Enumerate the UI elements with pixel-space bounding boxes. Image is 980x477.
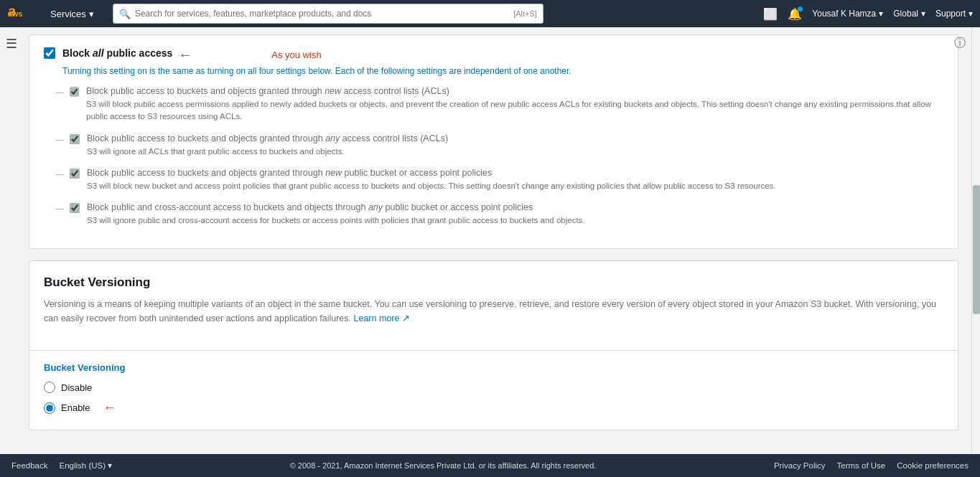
sub-option-3-content: Block public access to buckets and objec… <box>87 168 776 192</box>
sub-option-1-content: Block public access to buckets and objec… <box>86 86 943 123</box>
block-public-access-card: Block all public access ← As you wish Tu… <box>29 34 958 249</box>
disable-label: Disable <box>61 382 92 393</box>
sub-option-2-desc: S3 will ignore all ACLs that grant publi… <box>87 146 448 158</box>
user-menu[interactable]: Yousaf K Hamza ▾ <box>812 9 883 19</box>
support-menu[interactable]: Support ▾ <box>935 9 973 19</box>
sub-option-2: Block public access to buckets and objec… <box>62 133 943 158</box>
bucket-versioning-title: Bucket Versioning <box>44 275 943 290</box>
block-all-checkbox-row: Block all public access <box>44 47 172 59</box>
section-divider <box>29 350 958 351</box>
sub-option-3-desc: S3 will block new bucket and access poin… <box>87 180 776 192</box>
top-navigation: aws Services ▾ 🔍 [Alt+S] ⬜ 🔔 Yousaf K Ha… <box>0 0 980 27</box>
notifications-button[interactable]: 🔔 <box>788 7 802 21</box>
chevron-down-icon: ▾ <box>879 9 883 19</box>
region-menu[interactable]: Global ▾ <box>893 9 925 19</box>
red-arrow-icon: ← <box>178 47 192 63</box>
region-label: Global <box>893 9 918 19</box>
services-menu-button[interactable]: Services ▾ <box>45 6 100 22</box>
sub-option-4-checkbox[interactable] <box>70 203 80 213</box>
versioning-radio-group: Disable Enable ← <box>44 382 943 415</box>
search-bar: 🔍 [Alt+S] <box>113 4 543 24</box>
sub-option-4-title: Block public and cross-account access to… <box>87 202 585 212</box>
enable-radio[interactable] <box>44 402 55 414</box>
info-icon[interactable]: ⓘ <box>954 36 966 51</box>
aws-logo[interactable]: aws <box>7 6 34 22</box>
sidebar-toggle-button[interactable]: ☰ <box>6 36 17 52</box>
sub-option-1: Block public access to buckets and objec… <box>62 86 943 123</box>
sub-option-4-content: Block public and cross-account access to… <box>87 202 585 227</box>
sub-options-list: Block public access to buckets and objec… <box>62 86 943 227</box>
svg-text:aws: aws <box>8 9 23 18</box>
nav-icons: ⬜ 🔔 Yousaf K Hamza ▾ Global ▾ Support ▾ <box>763 7 973 21</box>
learn-more-label: Learn more <box>354 313 400 323</box>
sub-option-1-title: Block public access to buckets and objec… <box>86 86 943 96</box>
support-label: Support <box>935 9 966 19</box>
main-content: Block all public access ← As you wish Tu… <box>0 27 980 454</box>
sub-option-4: Block public and cross-account access to… <box>62 202 943 227</box>
sub-option-2-checkbox[interactable] <box>70 134 80 144</box>
sub-option-2-title: Block public access to buckets and objec… <box>87 133 448 143</box>
scrollbar[interactable] <box>971 27 980 454</box>
chevron-down-icon: ▾ <box>921 9 925 19</box>
sub-option-3-checkbox[interactable] <box>70 169 80 179</box>
cloud-shell-icon: ⬜ <box>763 7 778 21</box>
versioning-sub-title: Bucket Versioning <box>44 362 943 373</box>
sub-option-1-desc: S3 will block public access permissions … <box>86 98 943 123</box>
sub-option-4-desc: S3 will ignore public and cross-account … <box>87 214 585 227</box>
enable-radio-row: Enable ← <box>44 400 943 415</box>
chevron-down-icon: ▾ <box>89 9 94 19</box>
versioning-options-section: Bucket Versioning Disable Enable ← <box>29 362 958 430</box>
services-label: Services <box>50 9 86 19</box>
block-all-subtitle: Turning this setting on is the same as t… <box>62 66 943 76</box>
sub-option-3: Block public access to buckets and objec… <box>62 168 943 192</box>
enable-arrow-icon: ← <box>103 400 116 415</box>
cloud-shell-button[interactable]: ⬜ <box>763 7 778 21</box>
chevron-down-icon: ▾ <box>969 9 973 19</box>
user-name: Yousaf K Hamza <box>812 9 876 19</box>
scroll-thumb[interactable] <box>973 185 980 314</box>
bucket-versioning-section: Bucket Versioning Versioning is a means … <box>29 261 958 350</box>
sub-option-1-checkbox[interactable] <box>70 87 79 97</box>
disable-radio-row: Disable <box>44 382 943 393</box>
arrow-annotation: ← As you wish <box>178 47 321 63</box>
learn-more-link[interactable]: Learn more ↗ <box>354 313 410 323</box>
notification-dot <box>798 6 803 11</box>
bucket-versioning-desc: Versioning is a means of keeping multipl… <box>44 297 943 326</box>
search-input[interactable] <box>135 9 513 19</box>
disable-radio[interactable] <box>44 382 55 393</box>
sub-option-2-content: Block public access to buckets and objec… <box>87 133 448 158</box>
bucket-versioning-card: Bucket Versioning Versioning is a means … <box>29 260 958 430</box>
enable-label: Enable <box>61 402 90 413</box>
sub-option-3-title: Block public access to buckets and objec… <box>87 168 776 178</box>
search-icon: 🔍 <box>119 9 131 19</box>
block-public-section: Block all public access ← As you wish Tu… <box>29 35 958 248</box>
annotation-text: As you wish <box>271 49 321 60</box>
block-all-checkbox[interactable] <box>44 47 55 59</box>
search-shortcut: [Alt+S] <box>513 9 537 18</box>
block-all-label: Block all public access <box>62 47 172 59</box>
